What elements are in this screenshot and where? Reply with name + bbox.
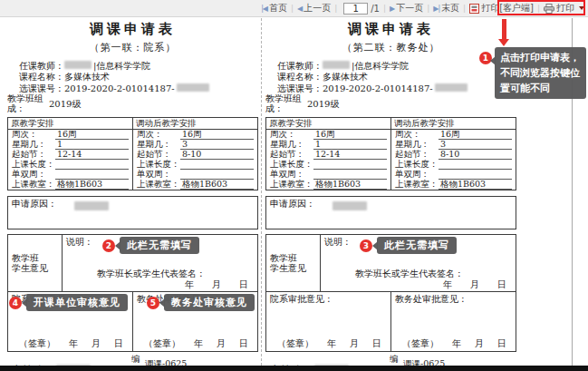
teacher-label: 任课教师：	[19, 61, 64, 72]
class-row: 教学班组成： 2019级	[7, 94, 258, 113]
class-value: 2019级	[307, 99, 339, 110]
teacher-value: |信息科学学院	[352, 61, 409, 72]
office-approval-cell: 教务处审批意见： （签章） 年 月 日	[390, 292, 516, 351]
seal-line: （签章） 年 月 日	[12, 338, 129, 350]
row-value	[313, 160, 387, 170]
day-label: 日	[497, 279, 506, 290]
class-row: 教学班组成： 2019级	[265, 94, 516, 113]
course-no-row: 选课课号： 2019-2020-2-01014187-	[7, 83, 258, 94]
prev-page-icon: ◀	[297, 5, 302, 13]
callout-circle-2: 2	[102, 239, 115, 252]
year-label: 年	[69, 338, 78, 349]
month-label: 月	[350, 338, 359, 349]
seal-label: （签章）	[402, 338, 439, 349]
day-label: 日	[239, 338, 248, 349]
row-value: 16周	[55, 130, 129, 140]
sign-label: 教学班长或学生代表签名：	[66, 268, 254, 279]
seal-line: （签章） 年 月 日	[270, 338, 387, 350]
next-page-button[interactable]: ▶ 下一页	[390, 2, 423, 15]
report-toolbar: |◀ 首页 | ◀ 上一页 | /1 | ▶ 下一页 | ▶| 末页 | 打印[…	[0, 0, 588, 17]
sheet-cut-line	[261, 18, 262, 366]
class-value: 2019级	[49, 99, 81, 110]
print-client-button[interactable]: 打印[客户端]	[469, 2, 534, 15]
year-label: 年	[452, 338, 461, 349]
teacher-value: |信息科学学院	[93, 61, 150, 72]
teacher-row: 任课教师： |信息科学学院	[265, 61, 516, 72]
last-page-label: 末页	[441, 2, 459, 15]
course-label: 课程名称：	[277, 72, 323, 83]
print-preview-window: |◀ 首页 | ◀ 上一页 | /1 | ▶ 下一页 | ▶| 末页 | 打印[…	[0, 0, 588, 371]
schedule-new-column: 调动后教学安排 周次：16周 星期几：3 起始节：8-10 上课长度： 单双周：…	[390, 118, 516, 190]
ymd-line: 年 月 日	[324, 279, 512, 290]
form-info: 任课教师： |信息科学学院 课程名称： 多媒体技术 选课课号： 2019-202…	[7, 61, 258, 114]
last-page-icon: ▶|	[433, 5, 439, 13]
row-label: 上课教室：	[12, 180, 55, 190]
office-approval-label: 教务处审批意见：	[395, 294, 512, 305]
row-value: 16周	[439, 130, 512, 140]
callout-tooltip-4: 开课单位审核意见	[26, 294, 128, 311]
redacted-reason	[333, 201, 367, 210]
row-value: 格物1B603	[55, 180, 129, 190]
first-page-label: 首页	[269, 2, 287, 15]
table-row: 上课教室：格物1B603	[391, 180, 516, 190]
course-no-value: 2019-2020-2-01014187-	[64, 83, 175, 94]
row-label: 上课教室：	[270, 180, 313, 190]
schedule-table: 原教学安排 周次：16周 星期几：1 起始节：12-14 上课长度： 单双周： …	[265, 117, 516, 190]
row-value	[180, 160, 254, 170]
callout-tooltip-1: 点击打印申请表，不同浏览器按键位置可能不同	[495, 47, 586, 99]
day-label: 日	[114, 338, 123, 349]
print-dropdown-caret-icon[interactable]	[579, 6, 584, 13]
form-subtitle: （第一联：院系）	[7, 43, 258, 54]
ymd-line: 年 月 日	[66, 279, 254, 290]
opinion-left-label: 教学班 学生意见	[8, 235, 63, 291]
year-label: 年	[443, 279, 452, 290]
course-no-label: 选课课号：	[277, 83, 323, 94]
form-subtitle: （第二联：教务处）	[265, 43, 516, 54]
course-value: 多媒体技术	[64, 72, 110, 83]
row-label: 上课教室：	[137, 180, 180, 190]
course-label: 课程名称：	[19, 72, 64, 83]
prev-page-button[interactable]: ◀ 上一页	[297, 2, 331, 15]
row-value: 格物1B603	[180, 180, 254, 190]
reason-box: 申请原因：	[265, 196, 516, 229]
row-value	[55, 160, 129, 170]
class-label: 教学班组成：	[265, 94, 307, 113]
seal-label: （签章）	[144, 338, 180, 349]
form-sheet-copy2: 调课申请表 （第二联：教务处） 任课教师： |信息科学学院 课程名称： 多媒体技…	[265, 20, 516, 371]
course-no-value: 2019-2020-2-01014187-	[323, 83, 433, 94]
last-page-button[interactable]: ▶| 末页	[433, 2, 459, 15]
next-page-icon: ▶	[390, 5, 394, 13]
toolbar-divider: |	[427, 4, 429, 13]
prev-page-label: 上一页	[304, 2, 331, 15]
first-page-button[interactable]: |◀ 首页	[261, 2, 287, 15]
toolbar-divider: |	[383, 4, 386, 13]
row-value: 格物1B603	[313, 180, 387, 190]
page-number-input[interactable]	[343, 3, 368, 15]
toolbar-divider: |	[537, 4, 540, 13]
row-value: 格物1B603	[439, 180, 512, 190]
page-total-label: /1	[371, 4, 380, 14]
day-label: 日	[497, 338, 506, 349]
year-label: 年	[185, 279, 194, 290]
month-label: 月	[212, 279, 221, 290]
opinion-left-label: 教学班 学生意见	[266, 235, 321, 291]
month-label: 月	[470, 279, 479, 290]
toolbar-divider: |	[334, 4, 337, 13]
month-label: 月	[217, 338, 226, 349]
callout-circle-4: 4	[9, 297, 22, 309]
dept-approval-label: 院系审批意见：	[270, 294, 387, 305]
class-label: 教学班组成：	[7, 94, 49, 113]
row-value: 16周	[180, 130, 254, 140]
row-value: 8-10	[439, 150, 512, 160]
print-button[interactable]: 打印	[544, 2, 584, 15]
toolbar-divider: |	[463, 4, 466, 13]
print-label: 打印	[556, 2, 574, 15]
day-label: 日	[239, 279, 248, 290]
print-client-label: 打印[客户端]	[481, 2, 534, 15]
reason-label: 申请原因：	[270, 199, 315, 209]
course-row: 课程名称： 多媒体技术	[265, 72, 516, 83]
next-page-label: 下一页	[396, 2, 423, 15]
month-label: 月	[475, 338, 484, 349]
form-title: 调课申请表	[7, 22, 258, 37]
callout-circle-3: 3	[360, 239, 372, 252]
